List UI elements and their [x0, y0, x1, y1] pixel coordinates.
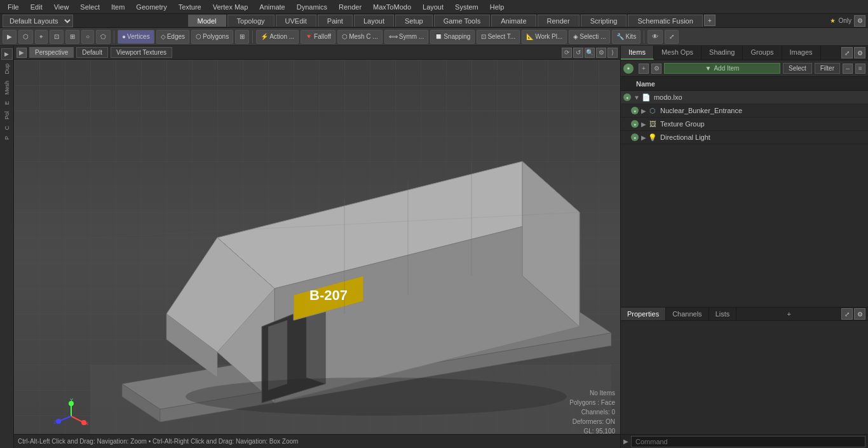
- tool-circle[interactable]: ○: [81, 30, 94, 44]
- tab-render[interactable]: Render: [538, 15, 580, 27]
- snapping-button[interactable]: 🔲 Snapping: [430, 30, 475, 44]
- items-settings-btn[interactable]: ⚙: [854, 47, 865, 58]
- menu-help[interactable]: Help: [485, 2, 510, 12]
- menu-item[interactable]: Item: [106, 2, 130, 12]
- menu-select[interactable]: Select: [75, 2, 105, 12]
- visibility-light[interactable]: ●: [631, 133, 639, 141]
- vp-tab-shading[interactable]: Viewport Textures: [111, 47, 172, 58]
- vp-icon-1[interactable]: ⟳: [562, 48, 572, 58]
- viewport[interactable]: ▶ Perspective Default Viewport Textures …: [14, 46, 620, 448]
- menu-vertex-map[interactable]: Vertex Map: [208, 2, 254, 12]
- tab-topology[interactable]: Topology: [227, 15, 275, 27]
- tab-scripting[interactable]: Scripting: [581, 15, 627, 27]
- vertices-button[interactable]: ● Vertices: [118, 30, 154, 44]
- vp-tab-camera[interactable]: Default: [76, 47, 108, 58]
- work-pl-button[interactable]: 📐 Work Pl...: [522, 30, 567, 44]
- mode-extra-button[interactable]: ⊞: [235, 30, 249, 44]
- props-settings-icon[interactable]: ⚙: [854, 308, 865, 320]
- props-tab-properties[interactable]: Properties: [621, 308, 666, 320]
- vp-tab-perspective[interactable]: Perspective: [29, 47, 74, 58]
- tab-animate[interactable]: Animate: [491, 15, 536, 27]
- expand-bunker[interactable]: ▶: [641, 107, 646, 114]
- props-tab-lists[interactable]: Lists: [709, 308, 737, 320]
- tab-model[interactable]: Model: [188, 15, 226, 27]
- tab-groups[interactable]: Groups: [743, 46, 782, 60]
- tab-images[interactable]: Images: [782, 46, 821, 60]
- filter-button[interactable]: Filter: [815, 63, 840, 74]
- left-label-dup[interactable]: Dup: [3, 61, 11, 77]
- maximize-btn[interactable]: ⤢: [665, 30, 679, 44]
- visibility-bunker[interactable]: ●: [631, 107, 639, 114]
- scene-viewport[interactable]: B-207 No Items Polygons : Face Channels:…: [14, 60, 620, 448]
- vp-icon-2[interactable]: ↺: [573, 48, 583, 58]
- menu-geometry[interactable]: Geometry: [131, 2, 172, 12]
- view-icon-btn[interactable]: 👁: [648, 30, 663, 44]
- items-expand-btn[interactable]: ⤢: [841, 47, 853, 58]
- layout-settings-button[interactable]: ⚙: [854, 15, 865, 27]
- command-input[interactable]: [631, 436, 865, 447]
- add-tab-button[interactable]: +: [704, 15, 715, 26]
- visibility-toggle[interactable]: ●: [623, 64, 634, 74]
- vp-icon-3[interactable]: 🔍: [585, 48, 595, 58]
- symm-button[interactable]: ⟺ Symm ...: [384, 30, 428, 44]
- left-label-e[interactable]: E: [3, 98, 11, 107]
- menu-maxtoModo[interactable]: MaxToModo: [368, 2, 416, 12]
- list-item-texture[interactable]: ● ▶ 🖼 Texture Group: [621, 118, 868, 131]
- tab-layout[interactable]: Layout: [354, 15, 394, 27]
- menu-animate[interactable]: Animate: [254, 2, 290, 12]
- vp-icon-4[interactable]: ⚙: [596, 48, 606, 58]
- menu-system[interactable]: System: [450, 2, 484, 12]
- tab-mesh-ops[interactable]: Mesh Ops: [654, 46, 702, 60]
- edges-button[interactable]: ◇ Edges: [156, 30, 189, 44]
- tab-uvedit[interactable]: UVEdit: [276, 15, 316, 27]
- tool-select-arrow[interactable]: ▶: [3, 30, 17, 44]
- tool-grid[interactable]: ⊞: [65, 30, 79, 44]
- tool-polygon[interactable]: ⬠: [96, 30, 111, 44]
- falloff-button[interactable]: 🔻 Falloff: [301, 30, 336, 44]
- list-item-modo[interactable]: ● ▼ 📄 modo.lxo: [621, 91, 868, 104]
- vp-menu-icon[interactable]: ▶: [17, 48, 27, 58]
- menu-texture[interactable]: Texture: [173, 2, 207, 12]
- tool-crosshair[interactable]: ⌖: [35, 30, 48, 44]
- tool-box[interactable]: ⊡: [50, 30, 64, 44]
- list-item-bunker[interactable]: ● ▶ ⬡ Nuclear_Bunker_Entrance: [621, 104, 868, 118]
- settings-item-btn[interactable]: ⚙: [651, 64, 661, 74]
- tab-game-tools[interactable]: Game Tools: [434, 15, 491, 27]
- expand-texture[interactable]: ▶: [641, 121, 646, 128]
- select-t-button[interactable]: ⊡ Select T...: [477, 30, 520, 44]
- left-label-pol[interactable]: Pol: [3, 109, 11, 122]
- expand-modo[interactable]: ▼: [634, 94, 640, 101]
- tab-setup[interactable]: Setup: [395, 15, 433, 27]
- visibility-modo[interactable]: ●: [623, 93, 631, 101]
- layout-selector[interactable]: Default Layouts: [3, 15, 73, 27]
- left-label-mesh[interactable]: Mesh: [3, 78, 11, 97]
- props-add-tab[interactable]: +: [782, 308, 796, 320]
- menu-file[interactable]: File: [3, 2, 24, 12]
- tab-paint[interactable]: Paint: [318, 15, 353, 27]
- mesh-button[interactable]: ⬡ Mesh C ...: [337, 30, 383, 44]
- props-tab-channels[interactable]: Channels: [666, 308, 709, 320]
- tab-schematic-fusion[interactable]: Schematic Fusion: [628, 15, 702, 27]
- menu-layout[interactable]: Layout: [417, 2, 449, 12]
- list-item-light[interactable]: ● ▶ 💡 Directional Light: [621, 131, 868, 144]
- menu-view[interactable]: View: [49, 2, 74, 12]
- polygons-button[interactable]: ⬡ Polygons: [191, 30, 233, 44]
- kits-button[interactable]: 🔧 Kits: [612, 30, 641, 44]
- tool-hex[interactable]: ⬡: [18, 30, 33, 44]
- collapse-btn[interactable]: –: [843, 64, 853, 74]
- select-button[interactable]: Select: [783, 63, 812, 74]
- props-expand-icon[interactable]: ⤢: [841, 308, 853, 320]
- add-child-btn[interactable]: +: [639, 64, 649, 74]
- menu-dynamics[interactable]: Dynamics: [292, 2, 332, 12]
- menu-render[interactable]: Render: [334, 2, 367, 12]
- vp-icon-5[interactable]: ⟩: [607, 48, 618, 58]
- add-item-button[interactable]: ▼ Add Item: [664, 63, 780, 74]
- menu-edit[interactable]: Edit: [25, 2, 48, 12]
- tab-items[interactable]: Items: [621, 46, 654, 60]
- left-label-c[interactable]: C: [3, 123, 11, 133]
- more-btn[interactable]: ≡: [855, 64, 865, 74]
- action-button[interactable]: ⚡ Action ...: [256, 30, 299, 44]
- left-tool-1[interactable]: ▶: [1, 48, 13, 60]
- visibility-texture[interactable]: ●: [631, 120, 639, 128]
- tab-shading[interactable]: Shading: [702, 46, 743, 60]
